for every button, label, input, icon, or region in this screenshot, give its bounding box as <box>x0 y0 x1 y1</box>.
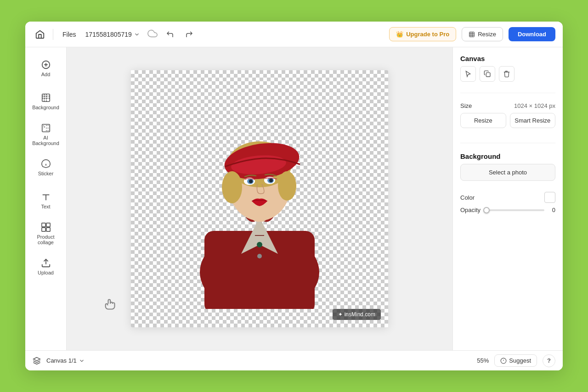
sidebar-item-ai-background[interactable]: AI Background <box>29 119 62 150</box>
sidebar-item-product-collage[interactable]: Product collage <box>29 218 62 249</box>
sidebar-item-sticker[interactable]: Sticker <box>29 152 62 183</box>
panel-canvas-section: Canvas <box>460 55 555 84</box>
svg-rect-13 <box>46 223 50 227</box>
main-area: Add Background AI Background <box>25 47 563 350</box>
svg-rect-35 <box>486 73 490 77</box>
svg-rect-15 <box>46 228 50 231</box>
cloud-sync-icon[interactable] <box>147 28 158 40</box>
svg-point-30 <box>249 179 253 183</box>
opacity-thumb <box>483 207 490 213</box>
zoom-level: 55% <box>477 357 489 364</box>
resize-buttons-group: Resize Smart Resize <box>460 113 555 128</box>
canvas-action-select[interactable] <box>460 66 476 82</box>
left-sidebar: Add Background AI Background <box>25 47 67 350</box>
header: Files 1715581805719 👑 Upgrade to Pro Res… <box>25 22 563 47</box>
panel-divider-2 <box>460 143 555 143</box>
size-row: Size 1024 × 1024 px <box>460 102 555 109</box>
canvas-container: ✦ insMind.com <box>131 70 388 327</box>
download-button[interactable]: Download <box>509 27 555 41</box>
panel-size-section: Size 1024 × 1024 px Resize Smart Resize <box>460 102 555 134</box>
sidebar-item-add[interactable]: Add <box>29 53 62 84</box>
svg-point-24 <box>222 171 242 203</box>
watermark: ✦ insMind.com <box>333 309 381 320</box>
svg-rect-12 <box>41 223 45 227</box>
background-section-title: Background <box>460 152 555 160</box>
app-window: Files 1715581805719 👑 Upgrade to Pro Res… <box>25 22 563 370</box>
filename-button[interactable]: 1715581805719 <box>85 31 140 38</box>
sidebar-item-text[interactable]: Text <box>29 185 62 216</box>
svg-point-33 <box>257 254 262 258</box>
resize-btn[interactable]: Resize <box>460 113 506 128</box>
panel-divider-1 <box>460 93 555 93</box>
svg-rect-14 <box>41 228 45 231</box>
svg-rect-4 <box>42 94 50 102</box>
canvas-area[interactable]: ✦ insMind.com <box>67 47 452 350</box>
opacity-value: 0 <box>548 207 555 213</box>
upgrade-pro-button[interactable]: 👑 Upgrade to Pro <box>389 27 456 41</box>
svg-point-31 <box>269 179 273 182</box>
sidebar-item-background[interactable]: Background <box>29 86 62 117</box>
redo-button[interactable] <box>182 28 196 41</box>
canvas-section-title: Canvas <box>460 55 555 62</box>
canvas-action-delete[interactable] <box>499 66 514 82</box>
sidebar-item-upload[interactable]: Upload <box>29 251 62 282</box>
header-divider <box>53 29 53 40</box>
smart-resize-btn[interactable]: Smart Resize <box>510 113 556 128</box>
suggest-button[interactable]: Suggest <box>494 354 537 367</box>
layers-icon[interactable] <box>33 357 41 365</box>
opacity-row: Opacity 0 <box>460 207 555 213</box>
right-panel: Canvas <box>452 47 563 350</box>
canvas-action-duplicate[interactable] <box>480 66 495 82</box>
svg-rect-0 <box>469 32 475 37</box>
size-label: Size <box>460 102 472 109</box>
svg-marker-36 <box>34 357 40 361</box>
undo-button[interactable] <box>163 28 177 41</box>
crown-icon: 👑 <box>396 31 403 38</box>
subject-portrait <box>177 79 342 309</box>
home-button[interactable] <box>33 27 47 42</box>
resize-button[interactable]: Resize <box>462 27 503 41</box>
color-swatch[interactable] <box>544 192 555 203</box>
color-label: Color <box>460 194 475 201</box>
color-row: Color <box>460 192 555 203</box>
cursor-hand-icon <box>103 298 116 314</box>
panel-background-section: Background Select a photo <box>460 152 555 185</box>
canvas-actions <box>460 66 555 82</box>
opacity-label: Opacity <box>460 207 481 213</box>
select-photo-button[interactable]: Select a photo <box>460 164 555 181</box>
bottom-bar: Canvas 1/1 55% Suggest ? <box>25 350 563 370</box>
svg-point-32 <box>257 242 262 247</box>
canvas-label[interactable]: Canvas 1/1 <box>46 357 85 364</box>
help-button[interactable]: ? <box>543 354 555 367</box>
opacity-slider[interactable] <box>484 209 544 211</box>
panel-color-section: Color Opacity 0 <box>460 192 555 213</box>
svg-point-25 <box>278 171 296 201</box>
files-button[interactable]: Files <box>59 29 80 40</box>
size-value: 1024 × 1024 px <box>514 102 555 109</box>
